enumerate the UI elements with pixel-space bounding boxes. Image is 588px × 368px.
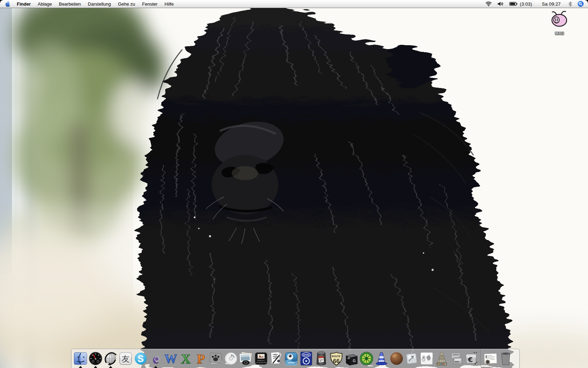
menu-gehe-zu[interactable]: Gehe zu [114, 0, 139, 8]
menu-finder-label: Finder [17, 1, 31, 7]
volume-icon [497, 1, 504, 6]
svg-text:17: 17 [319, 359, 323, 362]
dock-item-chinese-app[interactable]: 友 [118, 349, 133, 368]
running-indicator [154, 366, 158, 368]
brown-sphere-icon [389, 351, 404, 366]
battery-time-label: (3:03) [518, 1, 534, 7]
dock-item-currency-converter[interactable]: € ✓ [464, 349, 479, 368]
screen-corner-left [0, 0, 3, 3]
battery-icon [509, 2, 518, 6]
dock-item-calendar-app[interactable]: 17 [314, 349, 329, 368]
desktop-drive-icon-mac[interactable]: MAC [548, 11, 571, 35]
menu-bar-left: Finder Ablage Bearbeiten Darstellung Geh… [0, 0, 177, 8]
svg-text:66: 66 [333, 358, 340, 364]
dock-item-green-badge-app[interactable] [359, 349, 374, 368]
svg-text:GRAPHIC: GRAPHIC [257, 360, 265, 361]
pink-pig-icon [550, 11, 570, 29]
menu-hilfe-label: Hilfe [164, 1, 174, 7]
dock-item-system-preferences[interactable] [419, 349, 434, 368]
dock-item-iphoto[interactable] [238, 349, 253, 368]
dvd-player-icon: DVD [300, 351, 313, 366]
finder-icon [74, 352, 88, 366]
clock-menu[interactable]: Sa 09:27 [537, 0, 566, 8]
volume-menu[interactable] [495, 0, 506, 8]
apple-logo-icon [5, 1, 10, 7]
bluetooth-icon [568, 1, 572, 7]
running-indicator [109, 366, 112, 368]
word-icon: W [163, 352, 178, 366]
dock: 友 S e [71, 349, 520, 368]
svg-text:ROUTE': ROUTE' [331, 355, 341, 357]
statue-trophy-icon [435, 351, 449, 366]
svg-text:CONVERTER: CONVERTER [255, 362, 266, 363]
dock-item-dashboard[interactable] [88, 349, 103, 368]
spotlight-icon [578, 1, 584, 7]
minimized-document-icon [483, 352, 498, 366]
dock-item-dvd-player[interactable]: DVD [299, 349, 314, 368]
menu-bar: Finder Ablage Bearbeiten Darstellung Geh… [0, 0, 588, 8]
dock-item-brown-ball-app[interactable] [389, 349, 404, 368]
dock-item-statue-app[interactable] [434, 349, 449, 368]
dock-item-skype[interactable]: S [133, 349, 148, 368]
stacked-drives-icon [449, 351, 464, 366]
dock-item-graphic-converter[interactable]: GRAPHIC CONVERTER [253, 349, 268, 368]
svg-text:€: € [468, 355, 473, 364]
green-badge-icon [359, 351, 374, 366]
svg-text:X: X [181, 352, 190, 366]
menu-bearbeiten[interactable]: Bearbeiten [55, 0, 84, 8]
dock-item-excel[interactable]: X [178, 349, 193, 368]
powerpoint-icon: P [194, 352, 208, 366]
svg-text:G: G [352, 359, 356, 363]
paw-print-icon [209, 351, 223, 366]
svg-text:DVD: DVD [303, 353, 309, 356]
dock-item-paw-app[interactable] [208, 349, 223, 368]
trash-icon [499, 351, 513, 366]
dock-item-minimized-document[interactable] [483, 349, 498, 368]
dock-item-video-eye-app[interactable] [284, 349, 299, 368]
skype-icon: S [134, 352, 148, 366]
bluetooth-menu[interactable] [566, 0, 575, 8]
menu-hilfe[interactable]: Hilfe [161, 0, 177, 8]
dock-item-route66[interactable]: ROUTE' 66 [329, 349, 344, 368]
dock-item-documents-app[interactable] [268, 349, 284, 368]
calendar-can-icon: 17 [315, 351, 328, 366]
svg-text:W: W [164, 352, 177, 366]
svg-text:✓: ✓ [474, 360, 478, 366]
mac-desktop: MAC [0, 0, 588, 368]
dock-item-glass-cube-app[interactable] [404, 349, 419, 368]
menu-gehe-zu-label: Gehe zu [118, 1, 135, 7]
menu-darstellung-label: Darstellung [88, 1, 111, 7]
wifi-menu[interactable] [483, 0, 495, 8]
clock-label: Sa 09:27 [540, 1, 563, 7]
dock-item-vlc[interactable] [374, 349, 389, 368]
menu-ablage[interactable]: Ablage [34, 0, 55, 8]
dock-item-globe-sync[interactable] [103, 349, 118, 368]
euro-converter-icon: € ✓ [464, 351, 479, 366]
vlc-cone-icon [374, 351, 388, 366]
dock-item-disc-app[interactable] [223, 349, 238, 368]
iphoto-icon [238, 351, 253, 366]
dock-item-entourage[interactable]: e [148, 349, 163, 368]
dock-item-trash[interactable] [498, 349, 513, 368]
menu-bearbeiten-label: Bearbeiten [59, 1, 81, 7]
battery-menu[interactable]: (3:03) [506, 0, 537, 8]
dock-item-finder[interactable] [73, 349, 88, 368]
chinese-character-icon: 友 [119, 352, 133, 366]
dock-item-safe-app[interactable]: G [344, 349, 359, 368]
system-preferences-icon [420, 352, 434, 366]
dashboard-gauge-icon [89, 352, 103, 366]
eye-video-chat-icon [284, 352, 298, 366]
dock-item-word[interactable]: W [163, 349, 178, 368]
dock-item-powerpoint[interactable]: P [193, 349, 208, 368]
drive-icon-label: MAC [548, 31, 571, 35]
desktop-area: MAC [0, 8, 588, 368]
screen-corner-right [585, 0, 588, 3]
entourage-icon: e [149, 352, 163, 366]
graphic-converter-icon: GRAPHIC CONVERTER [254, 352, 268, 366]
menu-finder[interactable]: Finder [13, 0, 34, 8]
glass-cube-icon [404, 351, 419, 366]
menu-darstellung[interactable]: Darstellung [84, 0, 114, 8]
safe-cube-icon: G [344, 351, 359, 366]
menu-fenster[interactable]: Fenster [139, 0, 161, 8]
dock-item-drives-app[interactable] [449, 349, 464, 368]
